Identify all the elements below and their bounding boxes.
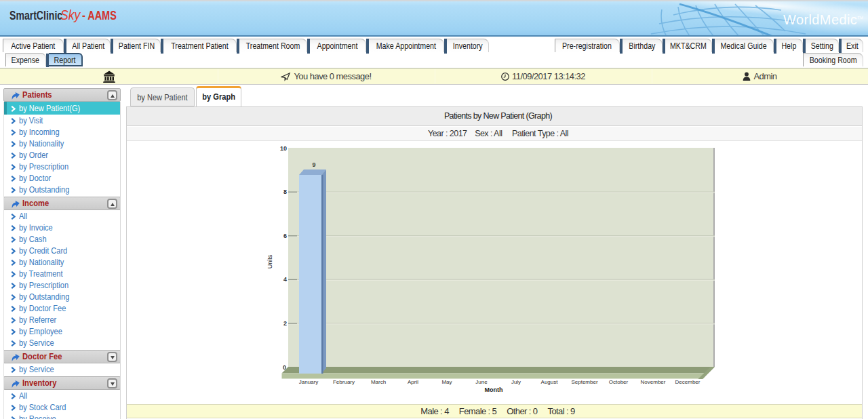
svg-text:8: 8 bbox=[283, 188, 287, 195]
svg-text:Units: Units bbox=[267, 254, 273, 268]
svg-text:Month: Month bbox=[485, 386, 503, 393]
svg-text:March: March bbox=[371, 379, 386, 385]
svg-text:August: August bbox=[541, 379, 559, 385]
svg-text:June: June bbox=[475, 379, 488, 385]
svg-text:February: February bbox=[333, 379, 355, 385]
svg-text:July: July bbox=[511, 379, 521, 385]
svg-text:October: October bbox=[609, 379, 629, 385]
svg-text:November: November bbox=[641, 379, 666, 385]
svg-text:September: September bbox=[571, 379, 597, 385]
svg-text:4: 4 bbox=[283, 276, 287, 283]
svg-text:2: 2 bbox=[283, 320, 287, 327]
svg-text:9: 9 bbox=[312, 161, 315, 168]
svg-text:December: December bbox=[675, 379, 701, 385]
svg-text:10: 10 bbox=[280, 145, 287, 152]
svg-text:0: 0 bbox=[283, 364, 286, 371]
svg-text:6: 6 bbox=[283, 233, 287, 239]
svg-text:April: April bbox=[408, 379, 418, 385]
svg-text:May: May bbox=[441, 379, 452, 385]
svg-text:January: January bbox=[299, 379, 318, 385]
